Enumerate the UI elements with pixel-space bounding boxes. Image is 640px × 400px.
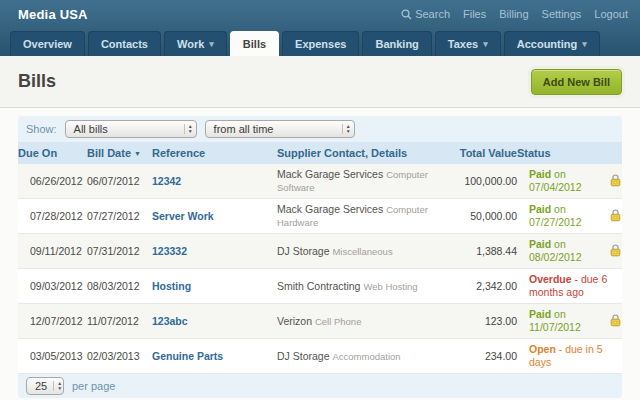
column-header-total-value[interactable]: Total Value <box>455 147 517 159</box>
date-range-selected-value: from all time <box>214 123 274 135</box>
nav-tab-label: Expenses <box>295 32 346 57</box>
search-link[interactable]: Search <box>401 8 450 20</box>
bills-panel: Show: All bills ▲▼ from all time ▲▼ Due … <box>18 116 622 398</box>
top-nav-link[interactable]: Billing <box>499 8 528 20</box>
table-row[interactable]: 12/07/2012 11/07/2012 123abc Verizon Cel… <box>18 304 622 339</box>
reference-link[interactable]: Genuine Parts <box>152 350 277 362</box>
per-page-selected-value: 25 <box>35 380 47 392</box>
supplier-name: Verizon <box>277 315 312 327</box>
supplier-details: Accommodation <box>332 351 400 362</box>
select-stepper-icon: ▲▼ <box>342 124 351 134</box>
bill-date-cell: 07/31/2012 <box>87 245 152 257</box>
nav-tab-label: Work <box>177 32 204 57</box>
column-header-supplier[interactable]: Supplier Contact, Details <box>277 147 455 159</box>
lock-icon <box>609 208 622 224</box>
search-link-label: Search <box>415 8 450 20</box>
supplier-cell: Mack Garage Services Computer Software <box>277 168 455 194</box>
due-on-cell: 09/03/2012 <box>18 280 87 292</box>
supplier-name: Mack Garage Services <box>277 168 383 180</box>
select-stepper-icon: ▲▼ <box>53 381 62 391</box>
lock-icon <box>609 313 622 329</box>
table-row[interactable]: 07/28/2012 07/27/2012 Server Work Mack G… <box>18 199 622 234</box>
nav-tab[interactable]: Work ▾ <box>164 31 227 56</box>
bill-date-cell: 11/07/2012 <box>87 315 152 327</box>
bill-date-cell: 07/27/2012 <box>87 210 152 222</box>
supplier-cell: Verizon Cell Phone <box>277 315 455 328</box>
status-word: Paid <box>529 168 551 180</box>
status-word: Paid <box>529 308 551 320</box>
chevron-down-icon: ▾ <box>483 40 488 49</box>
table-header-row: Due On Bill Date▼ Reference Supplier Con… <box>18 142 622 164</box>
top-nav-link[interactable]: Logout <box>594 8 628 20</box>
reference-link[interactable]: 123332 <box>152 245 277 257</box>
status-word: Paid <box>529 238 551 250</box>
nav-tab[interactable]: Accounting ▾ <box>504 31 600 56</box>
per-page-select[interactable]: 25 ▲▼ <box>26 377 64 395</box>
pagination-bar: 25 ▲▼ per page <box>18 374 622 398</box>
status-cell: Overdue - due 6 months ago <box>517 273 609 299</box>
date-range-select[interactable]: from all time ▲▼ <box>205 120 355 138</box>
column-header-due-on[interactable]: Due On <box>18 147 87 159</box>
nav-tab-label: Taxes <box>448 32 478 57</box>
bill-type-select[interactable]: All bills ▲▼ <box>65 120 197 138</box>
column-header-bill-date[interactable]: Bill Date▼ <box>87 147 152 159</box>
column-header-status[interactable]: Status <box>517 147 609 159</box>
brand-logo: Media USA <box>18 7 88 22</box>
bill-type-selected-value: All bills <box>74 123 108 135</box>
select-stepper-icon: ▲▼ <box>184 124 193 134</box>
nav-tab-label: Bills <box>243 32 266 57</box>
status-cell: Paid on 11/07/2012 <box>517 308 609 334</box>
filter-bar: Show: All bills ▲▼ from all time ▲▼ <box>18 116 622 142</box>
status-word: Paid <box>529 203 551 215</box>
supplier-name: Smith Contracting <box>277 280 360 292</box>
lock-cell <box>609 243 622 259</box>
due-on-cell: 06/26/2012 <box>18 175 87 187</box>
top-links: Search Files Billing Settings Logout <box>401 8 628 20</box>
page-title-bar: Bills Add New Bill <box>0 56 640 108</box>
column-header-reference[interactable]: Reference <box>152 147 277 159</box>
supplier-name: DJ Storage <box>277 245 330 257</box>
nav-tab[interactable]: Bills ▾ <box>230 31 279 56</box>
supplier-details: Cell Phone <box>315 316 361 327</box>
supplier-details: Web Hosting <box>363 281 417 292</box>
table-row[interactable]: 03/05/2013 02/03/2013 Genuine Parts DJ S… <box>18 339 622 374</box>
lock-icon <box>609 243 622 259</box>
nav-tab-label: Accounting <box>517 32 578 57</box>
table-row[interactable]: 09/03/2012 08/03/2012 Hosting Smith Cont… <box>18 269 622 304</box>
table-row[interactable]: 09/11/2012 07/31/2012 123332 DJ Storage … <box>18 234 622 269</box>
table-row[interactable]: 06/26/2012 06/07/2012 12342 Mack Garage … <box>18 164 622 199</box>
reference-link[interactable]: Hosting <box>152 280 277 292</box>
bill-date-cell: 08/03/2012 <box>87 280 152 292</box>
nav-tab-label: Contacts <box>101 32 148 57</box>
top-nav-link[interactable]: Settings <box>542 8 582 20</box>
supplier-cell: DJ Storage Miscellaneous <box>277 245 455 258</box>
lock-cell <box>609 173 622 189</box>
supplier-details: Miscellaneous <box>332 246 392 257</box>
top-nav-link[interactable]: Files <box>463 8 486 20</box>
bill-date-cell: 06/07/2012 <box>87 175 152 187</box>
nav-tab[interactable]: Overview ▾ <box>10 31 85 56</box>
total-value-cell: 234.00 <box>455 350 517 362</box>
status-cell: Paid on 08/02/2012 <box>517 238 609 264</box>
nav-tab[interactable]: Banking ▾ <box>362 31 431 56</box>
bills-table-body: 06/26/2012 06/07/2012 12342 Mack Garage … <box>18 164 622 374</box>
lock-cell <box>609 313 622 329</box>
reference-link[interactable]: 12342 <box>152 175 277 187</box>
add-new-bill-button[interactable]: Add New Bill <box>531 69 622 95</box>
due-on-cell: 03/05/2013 <box>18 350 87 362</box>
status-word: Open <box>529 343 556 355</box>
bill-date-cell: 02/03/2013 <box>87 350 152 362</box>
supplier-cell: Mack Garage Services Computer Hardware <box>277 203 455 229</box>
nav-tab[interactable]: Contacts ▾ <box>88 31 161 56</box>
status-cell: Open - due in 5 days <box>517 343 609 369</box>
lock-cell <box>609 208 622 224</box>
main-nav-tabs: Overview ▾ Contacts ▾ Work ▾ Bills ▾ Exp… <box>0 28 640 56</box>
nav-tab-label: Banking <box>375 32 418 57</box>
total-value-cell: 2,342.00 <box>455 280 517 292</box>
supplier-cell: DJ Storage Accommodation <box>277 350 455 363</box>
reference-link[interactable]: 123abc <box>152 315 277 327</box>
nav-tab[interactable]: Taxes ▾ <box>435 31 501 56</box>
reference-link[interactable]: Server Work <box>152 210 277 222</box>
page-title: Bills <box>18 71 56 92</box>
nav-tab[interactable]: Expenses ▾ <box>282 31 359 56</box>
